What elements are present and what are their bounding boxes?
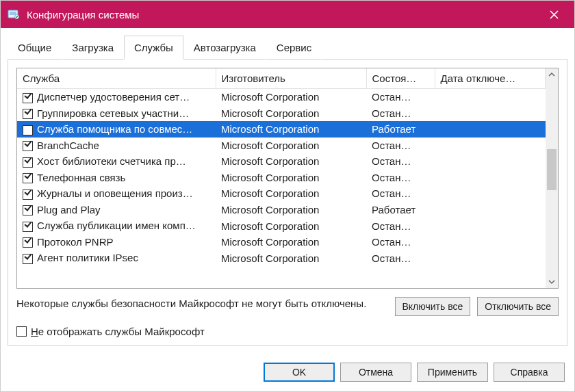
close-icon xyxy=(550,10,559,19)
title-bar: Конфигурация системы xyxy=(1,1,574,28)
svg-rect-1 xyxy=(10,12,16,15)
service-name: Диспетчер удостоверения сет… xyxy=(37,91,190,103)
service-date-disabled xyxy=(435,185,546,202)
service-date-disabled xyxy=(435,202,546,218)
service-checkbox[interactable] xyxy=(23,237,33,248)
close-button[interactable] xyxy=(540,1,567,28)
service-manufacturer: Microsoft Corporation xyxy=(216,218,366,234)
table-row[interactable]: BranchCacheMicrosoft CorporationОстан… xyxy=(17,138,546,154)
col-date-disabled[interactable]: Дата отключе… xyxy=(435,68,546,89)
service-name: Plug and Play xyxy=(37,204,101,215)
service-status: Остан… xyxy=(366,234,435,250)
scroll-thumb[interactable] xyxy=(547,149,557,190)
service-name: Журналы и оповещения произ… xyxy=(37,187,193,199)
enable-all-button[interactable]: Включить все xyxy=(395,297,471,316)
table-row[interactable]: Агент политики IPsecMicrosoft Corporatio… xyxy=(17,250,546,266)
service-name: Телефонная связь xyxy=(37,172,125,183)
table-row[interactable]: Журналы и оповещения произ…Microsoft Cor… xyxy=(17,185,546,202)
service-manufacturer: Microsoft Corporation xyxy=(216,153,366,170)
service-checkbox[interactable] xyxy=(23,109,33,119)
table-row[interactable]: Телефонная связьMicrosoft CorporationОст… xyxy=(17,170,546,186)
tab-tools[interactable]: Сервис xyxy=(266,36,322,60)
col-status[interactable]: Состоя… xyxy=(366,68,435,89)
service-checkbox[interactable] xyxy=(23,222,33,232)
services-panel: Служба Изготовитель Состоя… Дата отключе… xyxy=(8,59,567,346)
service-status: Остан… xyxy=(366,105,435,122)
help-label: Справка xyxy=(511,367,548,378)
service-checkbox[interactable] xyxy=(23,125,33,135)
service-manufacturer: Microsoft Corporation xyxy=(216,234,366,250)
service-date-disabled xyxy=(435,138,546,154)
disable-all-label: Отключить все xyxy=(485,301,551,312)
table-row[interactable]: Plug and PlayMicrosoft CorporationРабота… xyxy=(17,202,546,218)
service-name: Группировка сетевых участни… xyxy=(37,107,189,119)
service-checkbox[interactable] xyxy=(23,254,33,264)
table-row[interactable]: Хост библиотеки счетчика пр…Microsoft Co… xyxy=(17,153,546,170)
service-name: BranchCache xyxy=(37,140,99,151)
service-manufacturer: Microsoft Corporation xyxy=(216,121,366,138)
cancel-button[interactable]: Отмена xyxy=(340,363,411,382)
cancel-label: Отмена xyxy=(359,367,393,378)
col-manufacturer[interactable]: Изготовитель xyxy=(216,68,366,89)
scroll-track[interactable] xyxy=(546,81,558,276)
service-status: Остан… xyxy=(366,89,435,105)
table-row[interactable]: Протокол PNRPMicrosoft CorporationОстан… xyxy=(17,234,546,250)
service-name: Служба помощника по совмес… xyxy=(37,123,192,135)
disable-all-button[interactable]: Отключить все xyxy=(477,297,559,316)
hide-ms-label: Не отображать службы Майкрософт xyxy=(31,326,205,337)
service-name: Агент политики IPsec xyxy=(37,252,138,263)
service-manufacturer: Microsoft Corporation xyxy=(216,138,366,154)
scroll-down-icon[interactable] xyxy=(546,276,558,288)
service-status: Остан… xyxy=(366,250,435,266)
hide-ms-checkbox[interactable] xyxy=(16,326,27,337)
table-row[interactable]: Группировка сетевых участни…Microsoft Co… xyxy=(17,105,546,122)
msconfig-window: Конфигурация системы Общие Загрузка Служ… xyxy=(0,0,575,392)
enable-all-label: Включить все xyxy=(402,301,463,312)
service-date-disabled xyxy=(435,250,546,266)
hide-ms-services[interactable]: Не отображать службы Майкрософт xyxy=(16,316,559,337)
app-icon xyxy=(8,8,20,21)
info-text: Некоторые службы безопасности Майкрософт… xyxy=(16,297,388,311)
service-checkbox[interactable] xyxy=(23,157,33,168)
service-date-disabled xyxy=(435,121,546,138)
services-list[interactable]: Служба Изготовитель Состоя… Дата отключе… xyxy=(16,68,559,289)
apply-label: Применить xyxy=(428,367,477,378)
service-status: Остан… xyxy=(366,138,435,154)
service-checkbox[interactable] xyxy=(23,173,33,183)
scroll-up-icon[interactable] xyxy=(546,68,558,81)
service-manufacturer: Microsoft Corporation xyxy=(216,202,366,218)
service-status: Остан… xyxy=(366,170,435,186)
service-manufacturer: Microsoft Corporation xyxy=(216,250,366,266)
service-date-disabled xyxy=(435,89,546,105)
service-checkbox[interactable] xyxy=(23,205,33,215)
help-button[interactable]: Справка xyxy=(494,363,565,382)
table-row[interactable]: Диспетчер удостоверения сет…Microsoft Co… xyxy=(17,89,546,105)
service-date-disabled xyxy=(435,105,546,122)
tab-strip: Общие Загрузка Службы Автозагрузка Серви… xyxy=(1,28,574,59)
service-manufacturer: Microsoft Corporation xyxy=(216,89,366,105)
vertical-scrollbar[interactable] xyxy=(546,68,558,288)
tab-services[interactable]: Службы xyxy=(124,36,183,60)
service-date-disabled xyxy=(435,153,546,170)
service-status: Работает xyxy=(366,121,435,138)
service-manufacturer: Microsoft Corporation xyxy=(216,170,366,186)
table-row[interactable]: Служба помощника по совмес…Microsoft Cor… xyxy=(17,121,546,138)
col-service[interactable]: Служба xyxy=(17,68,216,89)
service-checkbox[interactable] xyxy=(23,93,33,103)
service-name: Протокол PNRP xyxy=(37,236,114,248)
ok-button[interactable]: OK xyxy=(264,363,335,382)
service-manufacturer: Microsoft Corporation xyxy=(216,185,366,202)
service-date-disabled xyxy=(435,234,546,250)
service-checkbox[interactable] xyxy=(23,141,33,151)
service-name: Хост библиотеки счетчика пр… xyxy=(37,155,186,167)
table-row[interactable]: Служба публикации имен комп…Microsoft Co… xyxy=(17,218,546,234)
service-date-disabled xyxy=(435,170,546,186)
ok-label: OK xyxy=(292,367,306,378)
service-checkbox[interactable] xyxy=(23,190,33,200)
tab-general[interactable]: Общие xyxy=(8,36,62,60)
window-title: Конфигурация системы xyxy=(27,9,540,21)
tab-startup[interactable]: Автозагрузка xyxy=(183,36,266,60)
apply-button[interactable]: Применить xyxy=(417,363,488,382)
tab-boot[interactable]: Загрузка xyxy=(62,36,124,60)
service-name: Служба публикации имен комп… xyxy=(37,220,196,231)
